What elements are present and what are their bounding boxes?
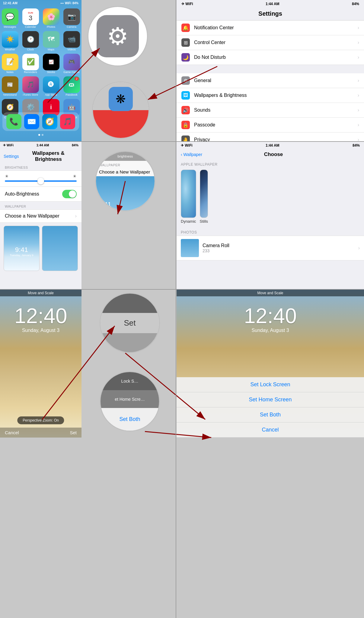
lock-set-button[interactable]: Set — [70, 430, 77, 435]
horizontal-divider-1 — [0, 141, 364, 142]
set-options-title: Move and Scale — [177, 290, 364, 296]
stills-wallpaper-thumb[interactable] — [200, 170, 208, 218]
settings-title: Settings — [177, 8, 364, 20]
wallpaper-settings-label: Wallpapers & Brightness — [194, 93, 358, 98]
chevron-icon-7: › — [358, 122, 359, 128]
wallpaper-thumbs: Dynamic Stills — [177, 168, 364, 228]
general-icon: ⚙ — [181, 76, 190, 85]
general-label: General — [194, 78, 358, 83]
lock-cancel-button[interactable]: Cancel — [5, 430, 19, 435]
set-home-screen-button[interactable]: Set Home Screen — [177, 392, 364, 407]
set-options-cancel-button[interactable]: Cancel — [177, 422, 364, 438]
settings-item-privacy[interactable]: 🤚 Privacy › — [177, 132, 364, 142]
wallpaper-settings-icon: 🖼 — [181, 91, 190, 100]
set-options-list: Set Lock Screen Set Home Screen Set Both… — [177, 377, 364, 438]
choose-back-button[interactable]: ‹ Wallpaper — [181, 152, 202, 157]
choose-wallpaper-callout: brightness WALLPAPER Choose a New Wallpa… — [95, 151, 155, 211]
app-itunes[interactable]: 🎵 iTunes Store — [21, 76, 40, 97]
apple-wallpaper-label: APPLE WALLPAPER — [177, 160, 364, 168]
camera-roll-count: 233 — [203, 248, 358, 253]
dnd-label: Do Not Disturb — [194, 55, 358, 60]
choose-wallpaper-panel: ✈ WiFi 1:44 AM 84% ‹ Wallpaper Choose AP… — [177, 142, 364, 290]
settings-item-control[interactable]: ⊞ Control Center › — [177, 35, 364, 50]
settings-list: 🔔 Notification Center › ⊞ Control Center… — [177, 20, 364, 142]
gear-icon-large: ⚙ — [97, 15, 139, 57]
settings-item-general[interactable]: ⚙ General › — [177, 73, 364, 88]
wallpaper-previews: 9:41 Tuesday, January 9 — [0, 223, 81, 274]
camera-roll-name: Camera Roll — [203, 243, 358, 248]
battery-icon: 84% — [72, 2, 78, 5]
wallpaper-brightness-panel: ✈ WiFi 1:44 AM 84% Settings Wallpapers &… — [0, 142, 81, 290]
settings-item-wallpaper[interactable]: 🖼 Wallpapers & Brightness › — [177, 88, 364, 103]
home-status-bar: 12:41 AM ▪▪▪ WiFi 84% — [0, 0, 81, 6]
control-icon: ⊞ — [181, 38, 190, 47]
brightness-label: BRIGHTNESS — [0, 164, 81, 170]
perspective-zoom-label: Perspective Zoom: On — [17, 416, 64, 424]
wp-status-bar: ✈ WiFi 1:44 AM 84% — [0, 142, 81, 149]
app-stocks[interactable]: 📈 Stocks — [42, 54, 60, 74]
dock-music[interactable]: 🎵 — [60, 114, 75, 129]
set-lock-screen-button[interactable]: Set Lock Screen — [177, 377, 364, 392]
sounds-icon: 🔊 — [181, 106, 190, 114]
app-maps[interactable]: 🗺 Maps — [42, 31, 60, 51]
dock-mail[interactable]: ✉️ — [24, 114, 39, 129]
wp-back-button[interactable]: Settings — [4, 154, 19, 159]
home-screen-preview[interactable] — [42, 226, 78, 271]
settings-item-sounds[interactable]: 🔊 Sounds › — [177, 103, 364, 118]
auto-brightness-toggle[interactable] — [62, 190, 77, 198]
settings-item-notification[interactable]: 🔔 Notification Center › — [177, 21, 364, 35]
notification-label: Notification Center — [194, 25, 358, 30]
set-both-button[interactable]: Set Both — [177, 407, 364, 422]
app-photos[interactable]: 🌸 Photos — [42, 8, 60, 29]
app-newsstand[interactable]: 📰 Newsstand — [1, 76, 19, 97]
cci-wallpaper-label: WALLPAPER — [96, 161, 155, 167]
set-circle-top — [101, 294, 159, 313]
settings-status-time: 1:44 AM — [266, 2, 279, 6]
move-scale-title: Move and Scale — [0, 290, 81, 296]
camera-roll-thumbnail — [181, 239, 199, 257]
choose-nav: ‹ Wallpaper Choose — [177, 149, 364, 160]
app-notes[interactable]: 📝 Notes — [1, 54, 19, 74]
choose-screen-title: Choose — [202, 151, 360, 158]
app-passbook[interactable]: 🎟 2 Passbook — [62, 76, 81, 97]
app-reminders[interactable]: ✅ Reminders — [21, 54, 40, 74]
dock-safari[interactable]: 🧭 — [42, 114, 57, 129]
app-calendar[interactable]: SUN 3 Calendar — [21, 8, 40, 29]
choose-status-icons: ✈ WiFi — [181, 143, 193, 148]
settings-status-icons: ✈ WiFi — [181, 2, 193, 6]
privacy-icon: 🤚 — [181, 135, 190, 142]
flower-icon: ❋ — [109, 87, 133, 111]
app-videos[interactable]: 📹 Videos — [62, 31, 81, 51]
wp-status-time: 1:44 AM — [37, 143, 49, 147]
camera-roll-item[interactable]: Camera Roll 233 › — [177, 236, 364, 260]
lock-screen-preview[interactable]: 9:41 Tuesday, January 9 — [4, 226, 40, 271]
dynamic-wallpaper-thumb[interactable] — [181, 170, 196, 218]
wallpaper-circle-inner: ⚙ ❋ — [93, 82, 148, 138]
brightness-track[interactable] — [5, 180, 77, 182]
auto-brightness-label: Auto-Brightness — [5, 191, 39, 197]
cci-choose-item: Choose a New Wallpaper — [96, 167, 155, 176]
app-weather[interactable]: ☀️ Weather — [1, 31, 19, 51]
set-both-callout: Lock S… et Home Scre… Set Both — [100, 371, 160, 432]
settings-item-dnd[interactable]: 🌙 Do Not Disturb › — [177, 50, 364, 65]
home-screen: 12:41 AM ▪▪▪ WiFi 84% 💬 Messages SUN 3 C… — [0, 0, 81, 142]
settings-status-bar: ✈ WiFi 1:44 AM 84% — [177, 0, 364, 8]
wp-screen-title: Wallpapers & Brightness — [19, 150, 78, 162]
app-clock[interactable]: 🕐 Clock — [21, 31, 40, 51]
set-lock-hint: Lock S… — [101, 372, 159, 390]
brightness-thumb[interactable] — [37, 178, 44, 184]
set-options-date: Sunday, August 3 — [177, 328, 364, 333]
set-circle-btn: Set — [101, 313, 159, 333]
choose-status-bar: ✈ WiFi 1:44 AM 84% — [177, 142, 364, 149]
app-messages[interactable]: 💬 Messages — [1, 8, 19, 29]
settings-item-passcode[interactable]: 🔒 Passcode › — [177, 118, 364, 132]
settings-panel: ✈ WiFi 1:44 AM 84% Settings 🔔 Notificati… — [177, 0, 364, 142]
choose-wallpaper-row[interactable]: Choose a New Wallpaper › — [0, 209, 81, 223]
app-gamecenter[interactable]: 🎮 Game Center — [62, 54, 81, 74]
settings-gap-1 — [177, 65, 364, 73]
app-appstore[interactable]: 🅐 App Store — [42, 76, 60, 97]
app-camera[interactable]: 📷 Camera — [62, 8, 81, 29]
dock-phone[interactable]: 📞 — [6, 114, 21, 129]
lock-screen-moveandscale: Move and Scale 12:40 Sunday, August 3 Pe… — [0, 290, 81, 438]
dock: 📞 ✉️ 🧭 🎵 — [2, 112, 79, 131]
